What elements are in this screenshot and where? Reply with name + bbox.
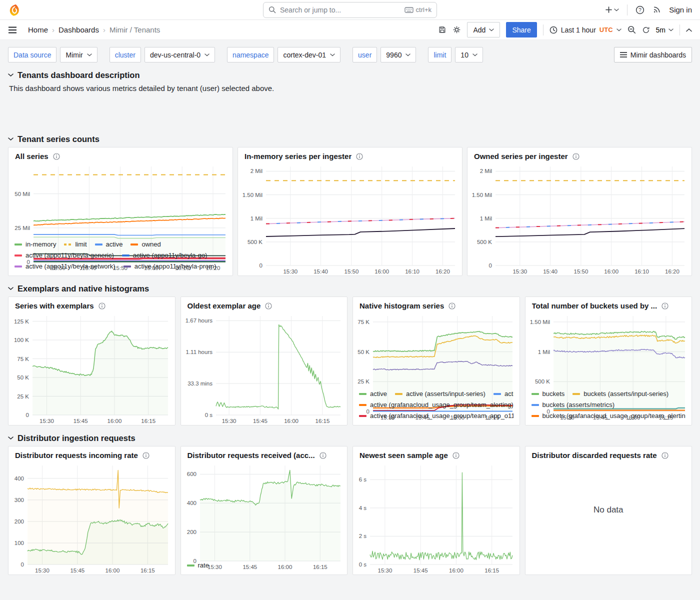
breadcrumb-separator: › — [103, 26, 106, 34]
info-icon[interactable] — [572, 153, 580, 160]
panel-distributor-incoming-rate: Distributor requests incoming rate 01002… — [8, 446, 176, 575]
sign-in-link[interactable]: Sign in — [669, 6, 692, 14]
time-series-chart[interactable]: 0500 K1 Mil1.50 Mil2 Mil15:3015:4015:501… — [470, 162, 688, 276]
zoom-out-icon — [628, 26, 636, 34]
legend-item[interactable]: buckets (asserts/metrics) — [532, 400, 614, 410]
section-title: Tenants dashboard description — [18, 70, 140, 80]
legend-item[interactable]: active (appo11y/beyla-generic) — [14, 250, 114, 261]
legend-item[interactable]: active (grafanacloud_usage_group/team_al… — [359, 400, 514, 410]
info-icon[interactable] — [265, 302, 272, 310]
svg-text:500 K: 500 K — [534, 378, 550, 384]
legend-item[interactable]: active (grafanacloud_usage_group/team_ap… — [359, 410, 514, 422]
variable-value-dropdown[interactable]: dev-us-central-0 — [144, 47, 215, 62]
help-button[interactable]: ? — [636, 6, 644, 14]
variable-value-dropdown[interactable]: 9960 — [380, 47, 416, 62]
mega-menu-button[interactable] — [8, 26, 17, 34]
svg-text:16:15: 16:15 — [141, 418, 156, 424]
info-icon[interactable] — [356, 153, 363, 160]
section-description[interactable]: Tenants dashboard description — [8, 70, 692, 80]
legend-item[interactable]: rate — [187, 560, 209, 571]
breadcrumb-separator: › — [52, 26, 54, 34]
info-icon[interactable] — [98, 302, 106, 310]
time-series-chart[interactable]: 010020030040015:3015:4516:0016:15 — [10, 462, 171, 574]
legend-item[interactable]: owned — [130, 239, 160, 250]
info-icon[interactable] — [662, 302, 668, 310]
section-distributor[interactable]: Distributor ingestion requests — [8, 434, 692, 443]
svg-text:50 Mil: 50 Mil — [14, 191, 30, 197]
time-series-chart[interactable]: 025 Mil50 Mil15:3015:4015:5016:0016:1016… — [10, 162, 228, 239]
chevron-down-icon — [614, 8, 619, 12]
legend-item[interactable]: active — [359, 388, 387, 400]
legend-item[interactable]: active (asserts/input-series) — [395, 388, 486, 400]
legend-item[interactable]: buckets (grafanacloud_usage_group/team_a… — [532, 410, 686, 422]
svg-text:15:30: 15:30 — [40, 418, 54, 424]
panel-title[interactable]: Native histogram series — [360, 302, 444, 310]
share-button[interactable]: Share — [506, 22, 536, 38]
section-tenant-series-counts[interactable]: Tenant series counts — [8, 134, 692, 144]
info-icon[interactable] — [662, 452, 668, 459]
dashboard-settings-button[interactable] — [452, 26, 461, 34]
panel-title[interactable]: Distributor requests received (acc... — [188, 451, 315, 460]
svg-text:15:50: 15:50 — [574, 268, 588, 274]
variable-value-dropdown[interactable]: Mimir — [60, 47, 97, 62]
svg-text:15:30: 15:30 — [512, 268, 527, 274]
refresh-button[interactable] — [642, 26, 650, 34]
add-menu-button[interactable] — [605, 6, 619, 14]
legend-item[interactable]: active (appo11y/beyla-prom) — [124, 261, 216, 272]
time-series-chart[interactable]: 025 K50 K75 K15:3015:4516:0016:15 — [355, 312, 516, 388]
panel-title[interactable]: Distributor discarded requests rate — [532, 451, 657, 460]
panel-title[interactable]: Oldest exemplar age — [188, 302, 261, 310]
time-series-chart[interactable]: 0 s33.3 mins1.11 hours1.67 hours15:3015:… — [183, 312, 344, 425]
legend-item[interactable]: in-memory — [14, 239, 56, 250]
grafana-logo[interactable] — [8, 4, 21, 16]
legend-item[interactable]: buckets — [532, 388, 565, 400]
collapse-toolbar-button[interactable] — [686, 28, 692, 32]
time-series-chart[interactable]: 0500 K1 Mil1.50 Mil15:3015:4516:0016:15 — [528, 312, 688, 388]
info-icon[interactable] — [452, 452, 460, 459]
svg-text:0: 0 — [489, 262, 492, 268]
panel-title[interactable]: Series with exemplars — [15, 302, 94, 310]
info-icon[interactable] — [320, 452, 326, 459]
time-series-chart[interactable]: 0500 K1 Mil1.50 Mil2 Mil15:3015:4015:501… — [240, 162, 458, 276]
legend-item[interactable]: active — [95, 239, 123, 250]
panel-title[interactable]: Owned series per ingester — [474, 152, 568, 160]
breadcrumb-dashboards[interactable]: Dashboards — [58, 26, 99, 34]
svg-text:1 Mil: 1 Mil — [480, 216, 492, 222]
panel-title[interactable]: Distributor requests incoming rate — [15, 451, 138, 460]
svg-text:100: 100 — [14, 540, 24, 546]
variable-value-dropdown[interactable]: 10 — [455, 47, 483, 62]
info-icon[interactable] — [448, 302, 456, 310]
legend-row: rate — [187, 560, 342, 571]
refresh-interval-picker[interactable]: 5m — [656, 26, 674, 34]
panel-title[interactable]: In-memory series per ingester — [244, 152, 352, 160]
info-icon[interactable] — [142, 452, 150, 459]
time-range-picker[interactable]: Last 1 hour UTC — [550, 26, 622, 34]
breadcrumb-home[interactable]: Home — [28, 26, 48, 34]
svg-text:1 Mil: 1 Mil — [250, 216, 262, 222]
save-dashboard-button[interactable] — [438, 26, 446, 34]
svg-text:15:30: 15:30 — [283, 268, 298, 274]
legend-item[interactable]: active (appo11y/beyla-go) — [122, 250, 208, 261]
panel-title[interactable]: Newest seen sample age — [360, 451, 448, 460]
search-input[interactable]: Search or jump to... ctrl+k — [263, 2, 437, 18]
panel-title[interactable]: Total number of buckets used by ... — [532, 302, 658, 310]
add-panel-button[interactable]: Add — [467, 22, 500, 38]
legend-item[interactable]: buckets (asserts/input-series) — [572, 388, 668, 400]
legend-item[interactable]: active (asserts/metrics) — [494, 388, 514, 400]
legend-item[interactable]: active (appo11y/beyla-network) — [14, 261, 116, 272]
svg-text:16:15: 16:15 — [315, 418, 330, 424]
chevron-down-icon — [668, 28, 674, 32]
time-series-chart[interactable]: 0 s2 s4 s6 s15:3015:4516:0016:15 — [355, 462, 516, 574]
time-series-chart[interactable]: 020040060015:3015:4516:0016:15 — [183, 462, 344, 560]
variable-value-dropdown[interactable]: cortex-dev-01 — [278, 47, 340, 62]
section-exemplars[interactable]: Exemplars and native histograms — [8, 284, 692, 294]
info-icon[interactable] — [53, 153, 60, 160]
svg-text:500 K: 500 K — [477, 239, 492, 245]
news-button[interactable] — [652, 6, 661, 14]
panel-native-histogram-series: Native histogram series 025 K50 K75 K15:… — [352, 296, 520, 426]
mimir-dashboards-button[interactable]: Mimir dashboards — [614, 47, 692, 62]
zoom-out-button[interactable] — [628, 26, 636, 34]
time-series-chart[interactable]: 025 K50 K75 K100 K125 K15:3015:4516:0016… — [10, 312, 171, 425]
legend-item[interactable]: limit — [64, 239, 86, 250]
panel-title[interactable]: All series — [15, 152, 48, 160]
